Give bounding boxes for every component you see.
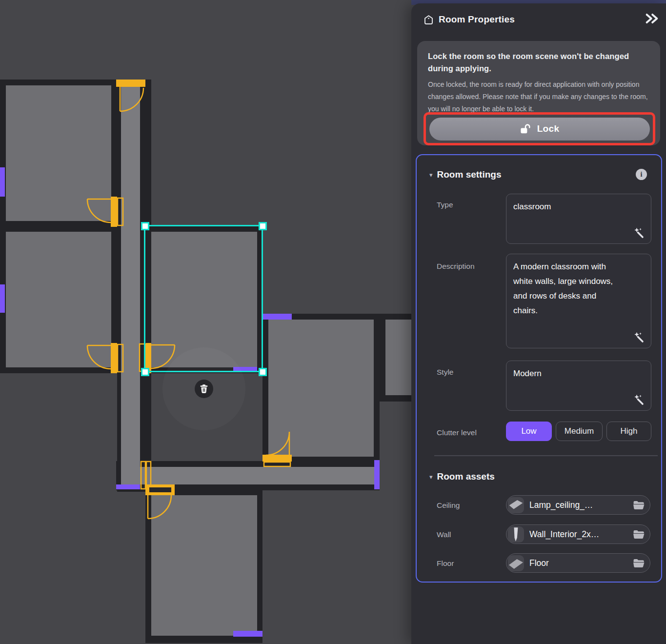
wall-asset-select[interactable]: Wall_Interior_2x… bbox=[506, 524, 650, 544]
lock-highlight-box: Lock bbox=[424, 112, 655, 145]
corridor-vertical[interactable] bbox=[121, 85, 140, 484]
floor-asset-name: Floor bbox=[529, 558, 549, 568]
room-assets-header[interactable]: ▾ Room assets bbox=[429, 471, 495, 482]
ceiling-label: Ceiling bbox=[437, 501, 460, 510]
wand-icon[interactable] bbox=[633, 331, 646, 343]
floorplan-canvas[interactable] bbox=[0, 0, 411, 644]
window-marker[interactable] bbox=[374, 460, 380, 489]
type-label: Type bbox=[437, 201, 453, 209]
unlock-icon bbox=[520, 124, 532, 134]
window-marker[interactable] bbox=[0, 284, 5, 313]
description-input[interactable]: A modern classroom with white walls, lar… bbox=[506, 254, 651, 348]
selection-edge bbox=[262, 226, 263, 372]
room-settings-section: ▾ Room settings i Type classroom Descrip… bbox=[416, 154, 662, 583]
panel-header: Room Properties bbox=[411, 3, 666, 36]
corridor-horizontal[interactable] bbox=[121, 467, 376, 484]
window-marker[interactable] bbox=[233, 631, 262, 637]
floor-thumbnail-icon bbox=[508, 555, 524, 571]
wall-asset-name: Wall_Interior_2x… bbox=[529, 529, 599, 540]
folder-icon[interactable] bbox=[633, 529, 645, 539]
section-divider bbox=[434, 455, 658, 456]
double-chevron-right-icon bbox=[645, 12, 659, 25]
caret-down-icon: ▾ bbox=[429, 473, 433, 481]
lock-info-headline: Lock the room so the room scene won't be… bbox=[428, 50, 635, 75]
lock-button-label: Lock bbox=[537, 123, 560, 134]
lock-info-body: Once locked, the room is ready for direc… bbox=[428, 79, 648, 115]
clutter-medium-button[interactable]: Medium bbox=[556, 422, 603, 441]
ceiling-thumbnail-icon bbox=[508, 497, 524, 513]
caret-down-icon: ▾ bbox=[429, 171, 433, 179]
ceiling-asset-name: Lamp_ceiling_… bbox=[529, 500, 593, 510]
description-label: Description bbox=[437, 262, 475, 271]
delete-room-button[interactable] bbox=[195, 380, 213, 398]
type-input[interactable]: classroom bbox=[506, 194, 651, 244]
room-properties-panel: Room Properties Lock the room so the roo… bbox=[411, 3, 666, 644]
folder-icon[interactable] bbox=[633, 558, 645, 568]
style-value: Modern bbox=[513, 366, 639, 381]
room-bottom[interactable] bbox=[151, 495, 257, 636]
selection-handle[interactable] bbox=[259, 368, 267, 376]
wand-icon[interactable] bbox=[633, 393, 646, 406]
description-value: A modern classroom with white walls, lar… bbox=[513, 260, 620, 318]
room-settings-title: Room settings bbox=[437, 169, 502, 180]
room-far-right[interactable] bbox=[385, 320, 411, 395]
floor-label: Floor bbox=[437, 559, 454, 568]
room-assets-title: Room assets bbox=[437, 471, 495, 482]
style-input[interactable]: Modern bbox=[506, 361, 651, 411]
room-right[interactable] bbox=[268, 320, 374, 457]
selection-edge bbox=[145, 225, 262, 226]
info-icon[interactable]: i bbox=[636, 169, 647, 180]
wall-thumbnail-icon bbox=[508, 526, 524, 543]
ceiling-asset-select[interactable]: Lamp_ceiling_… bbox=[506, 495, 650, 515]
lock-button[interactable]: Lock bbox=[429, 118, 650, 141]
window-marker[interactable] bbox=[0, 167, 5, 197]
folder-icon[interactable] bbox=[633, 500, 645, 510]
clutter-level-label: Clutter level bbox=[437, 428, 477, 437]
room-top-left[interactable] bbox=[6, 85, 111, 221]
floor-asset-select[interactable]: Floor bbox=[506, 553, 650, 573]
room-mid-left[interactable] bbox=[6, 232, 111, 367]
type-value: classroom bbox=[513, 200, 639, 214]
wand-icon[interactable] bbox=[633, 226, 646, 239]
panel-title: Room Properties bbox=[439, 14, 515, 25]
wall-label: Wall bbox=[437, 530, 451, 539]
clutter-low-button[interactable]: Low bbox=[506, 422, 552, 441]
room-settings-header[interactable]: ▾ Room settings bbox=[429, 169, 501, 180]
window-marker[interactable] bbox=[262, 314, 292, 320]
selection-edge bbox=[144, 226, 145, 372]
style-label: Style bbox=[437, 368, 453, 377]
selection-handle[interactable] bbox=[141, 368, 149, 376]
selection-handle[interactable] bbox=[141, 222, 149, 230]
trash-icon bbox=[199, 384, 209, 394]
collapse-panel-button[interactable] bbox=[645, 12, 660, 27]
selection-handle[interactable] bbox=[259, 222, 267, 230]
window-marker[interactable] bbox=[116, 484, 140, 489]
home-icon bbox=[423, 14, 434, 25]
clutter-high-button[interactable]: High bbox=[606, 422, 651, 441]
